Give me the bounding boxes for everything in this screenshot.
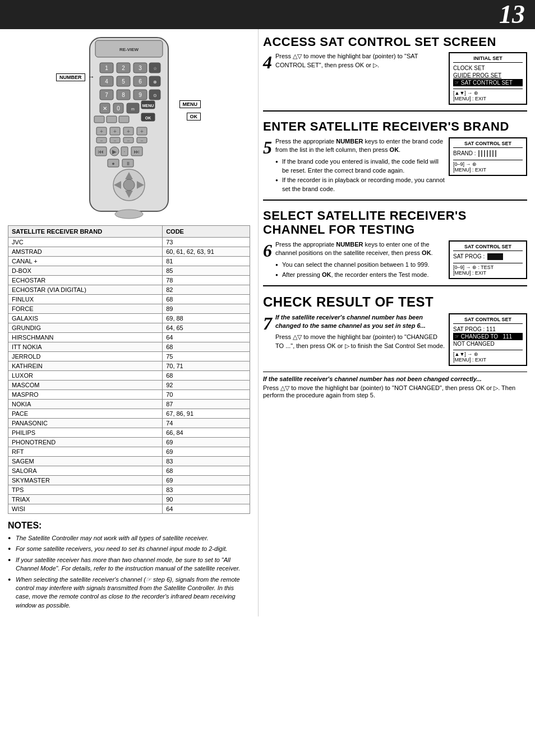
number-arrow: → — [88, 73, 95, 81]
table-row: ECHOSTAR78 — [8, 276, 250, 285]
step7-screen: SAT CONTROL SET SAT PROG : 111 ☞ CHANGED… — [449, 313, 527, 366]
step5-desc: Press the appropriate NUMBER keys to ent… — [275, 137, 445, 155]
code-cell: 74 — [163, 419, 250, 428]
table-row: KATHREIN70, 71 — [8, 361, 250, 371]
table-row: GALAXIS69, 88 — [8, 314, 250, 323]
code-cell: 75 — [163, 352, 250, 361]
code-cell: 69 — [163, 476, 250, 485]
page-header: 13 — [0, 0, 535, 29]
step5-screen-brand-row: BRAND : — [453, 150, 523, 157]
svg-text:·: · — [124, 149, 126, 155]
notes-title: NOTES: — [8, 521, 250, 531]
step6-row: 6 Press the appropriate NUMBER keys to e… — [263, 240, 527, 280]
code-cell: 92 — [163, 381, 250, 390]
step7-content: If the satellite receiver's channel numb… — [275, 313, 445, 351]
brand-cell: JVC — [8, 238, 163, 247]
table-row: TPS83 — [8, 485, 250, 495]
step4-desc: Press △▽ to move the highlight bar (poin… — [275, 52, 445, 69]
code-cell: 64, 65 — [163, 323, 250, 333]
table-row: FORCE89 — [8, 304, 250, 314]
notes-item: If your satellite receiver has more than… — [8, 555, 250, 574]
step6-desc: Press the appropriate NUMBER keys to ent… — [275, 240, 445, 258]
table-row: CANAL +81 — [8, 257, 250, 266]
table-row: JVC73 — [8, 238, 250, 247]
code-cell: 87 — [163, 400, 250, 409]
step6-screen-container: SAT CONTROL SET SAT PROG : [0–9] → ⊛ : T… — [449, 240, 527, 279]
step6-number: 6 — [263, 242, 272, 259]
table-row: MASPRO70 — [8, 390, 250, 400]
step4-screen-row1: CLOCK SET — [453, 64, 523, 72]
brand-cell: SAGEM — [8, 457, 163, 466]
step5-number: 5 — [263, 138, 272, 156]
menu-label-container: MENU — [179, 100, 201, 108]
code-cell: 90 — [163, 495, 250, 504]
step5-content: Press the appropriate NUMBER keys to ent… — [275, 137, 445, 194]
svg-rect-36 — [107, 116, 117, 123]
code-cell: 69 — [163, 438, 250, 447]
svg-text:7: 7 — [105, 92, 108, 98]
code-cell: 85 — [163, 266, 250, 276]
notes-list: The Satellite Controller may not work wi… — [8, 533, 250, 611]
right-column: ACCESS SAT CONTROL SET SCREEN 4 Press △▽… — [258, 29, 535, 616]
step7-row: 7 If the satellite receiver's channel nu… — [263, 313, 527, 366]
section7-title: CHECK RESULT OF TEST — [263, 294, 527, 310]
svg-text:2: 2 — [122, 65, 125, 71]
step7-italic: If the satellite receiver's channel numb… — [275, 313, 445, 331]
svg-rect-35 — [94, 116, 104, 123]
step7-sub-text: Press △▽ to move the highlight bar (poin… — [263, 384, 527, 398]
code-cell: 68 — [163, 371, 250, 381]
table-row: D-BOX85 — [8, 266, 250, 276]
code-cell: 82 — [163, 285, 250, 295]
ok-label: OK — [187, 113, 201, 120]
table-row: WISI64 — [8, 504, 250, 514]
svg-text:−: − — [100, 138, 103, 143]
table-row: TRIAX90 — [8, 495, 250, 504]
svg-text:4: 4 — [105, 78, 108, 85]
svg-text:1: 1 — [105, 65, 108, 71]
step7-screen-row3: NOT CHANGED — [453, 340, 523, 347]
brand-cell: SKYMASTER — [8, 476, 163, 485]
number-label: NUMBER — [56, 73, 85, 81]
brand-cell: HIRSCHMANN — [8, 333, 163, 342]
code-cell: 78 — [163, 276, 250, 285]
step6-content: Press the appropriate NUMBER keys to ent… — [275, 240, 445, 280]
svg-text:⊙: ⊙ — [153, 93, 157, 98]
table-row: ITT NOKIA68 — [8, 342, 250, 352]
table-row: HIRSCHMANN64 — [8, 333, 250, 342]
brand-cell: RFT — [8, 447, 163, 457]
svg-text:⊕: ⊕ — [153, 80, 157, 85]
ok-label-container: OK — [187, 112, 201, 120]
table-row: RFT69 — [8, 447, 250, 457]
step5-bullet1: If the brand code you entered is invalid… — [275, 157, 445, 175]
menu-label: MENU — [179, 100, 201, 108]
step7-sub-heading: If the satellite receiver's channel numb… — [263, 375, 527, 382]
step6-bullet1: You can select the channel position betw… — [275, 260, 445, 270]
svg-text:●: ● — [112, 161, 114, 166]
brand-cell: FORCE — [8, 304, 163, 314]
section5-title: ENTER SATELLITE RECEIVER'S BRAND — [263, 119, 527, 133]
svg-text:⏮: ⏮ — [98, 149, 104, 155]
code-cell: 68 — [163, 295, 250, 304]
table-row: PACE67, 86, 91 — [8, 409, 250, 419]
table-row: SALORA68 — [8, 466, 250, 476]
svg-text:0: 0 — [117, 105, 120, 112]
step5-screen-container: SAT CONTROL SET BRAND : [0–9] → ⊛[MENU] … — [449, 137, 527, 176]
svg-text:−: − — [140, 138, 143, 143]
step7-screen-container: SAT CONTROL SET SAT PROG : 111 ☞ CHANGED… — [449, 313, 527, 366]
svg-text:8: 8 — [122, 92, 125, 98]
section-step6: SELECT SATELLITE RECEIVER'S CHANNEL FOR … — [263, 208, 527, 286]
section4-title: ACCESS SAT CONTROL SET SCREEN — [263, 35, 527, 49]
code-cell: 81 — [163, 257, 250, 266]
step4-screen-footer: [▲▼] → ⊛[MENU] : EXIT — [453, 89, 523, 101]
table-row: AMSTRAD60, 61, 62, 63, 91 — [8, 247, 250, 257]
code-cell: 70 — [163, 390, 250, 400]
brand-cell: ECHOSTAR — [8, 276, 163, 285]
table-col1-header: SATELLITE RECEIVER BRAND — [8, 226, 163, 238]
step5-screen-footer: [0–9] → ⊛[MENU] : EXIT — [453, 160, 523, 173]
brand-cell: ECHOSTAR (VIA DIGITAL) — [8, 285, 163, 295]
number-label-container: NUMBER → — [56, 73, 95, 81]
code-cell: 69 — [163, 447, 250, 457]
table-row: SAGEM83 — [8, 457, 250, 466]
step6-screen-footer: [0–9] → ⊛ : TEST[MENU] : EXIT — [453, 263, 523, 276]
svg-text:6: 6 — [139, 78, 142, 85]
